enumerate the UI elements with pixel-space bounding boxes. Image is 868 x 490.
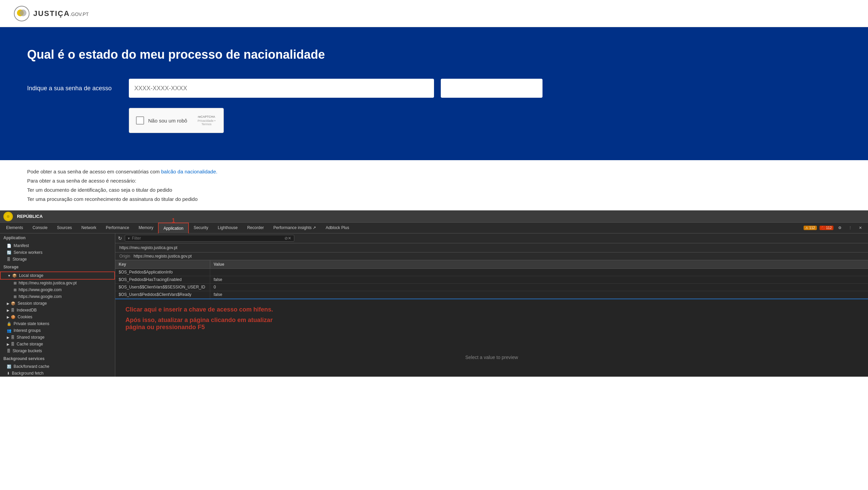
more-options-icon[interactable]: ⋮ bbox=[846, 225, 854, 231]
info-section: Pode obter a sua senha de acesso em cons… bbox=[0, 160, 868, 210]
captcha-checkbox[interactable] bbox=[136, 116, 144, 125]
expand-indexeddb-icon[interactable]: ▶ bbox=[7, 308, 9, 312]
expand-session-icon[interactable]: ▶ bbox=[7, 302, 9, 305]
captcha-sub: Privacidade • Termos bbox=[196, 119, 217, 126]
sidebar-back-forward-cache[interactable]: 🔙 Back/forward cache bbox=[0, 363, 115, 370]
table-row[interactable]: $OS_Users$Pedidos$ClientVars$Ready false bbox=[115, 291, 868, 299]
local-storage-url-1: https://meu.registo.justica.gov.pt bbox=[19, 281, 77, 285]
sidebar-section-storage: Storage bbox=[0, 263, 115, 271]
session-storage-icon: 📦 bbox=[11, 301, 16, 306]
tab-elements[interactable]: Elements bbox=[1, 223, 28, 233]
sidebar-interest-groups-label: Interest groups bbox=[14, 328, 41, 333]
sidebar-local-storage[interactable]: ▼ 📦 Local storage bbox=[0, 271, 115, 280]
captcha-box[interactable]: Não sou um robô reCAPTCHA Privacidade • … bbox=[129, 108, 224, 133]
tab-sources[interactable]: Sources bbox=[52, 223, 77, 233]
sidebar-local-storage-google1[interactable]: ⊞ https://www.google.com bbox=[0, 286, 115, 293]
senha-input[interactable] bbox=[129, 79, 434, 98]
info-link[interactable]: balcão da nacionalidade. bbox=[161, 169, 217, 174]
sidebar-cookies[interactable]: ▶ 🍪 Cookies bbox=[0, 314, 115, 320]
local-storage-icon: 📦 bbox=[12, 274, 17, 278]
sidebar-private-state-tokens[interactable]: 🔒 Private state tokens bbox=[0, 320, 115, 327]
table-cell-value-3: false bbox=[210, 291, 868, 298]
sidebar-session-storage[interactable]: ▶ 📦 Session storage bbox=[0, 300, 115, 307]
devtools-sidebar: Application 📄 Manifest 🔄 Service workers… bbox=[0, 233, 115, 377]
hero-title: Qual é o estado do meu processo de nacio… bbox=[27, 48, 841, 62]
col-header-key: Key bbox=[115, 260, 210, 268]
table-cell-key-0: $OS_Pedidos$ApplicationInfo bbox=[115, 269, 210, 276]
tab-security[interactable]: Security bbox=[189, 223, 213, 233]
table-row[interactable]: $OS_Pedidos$ApplicationInfo bbox=[115, 269, 868, 276]
info-line4: Ter uma procuração com reconhecimento de… bbox=[27, 194, 841, 204]
expand-cookies-icon[interactable]: ▶ bbox=[7, 315, 9, 319]
filter-input[interactable] bbox=[132, 236, 284, 241]
info-line2: Para obter a sua senha de acesso é neces… bbox=[27, 176, 841, 185]
origin-label: Origin bbox=[119, 254, 130, 259]
sidebar-storage[interactable]: 🗄 Storage bbox=[0, 256, 115, 263]
sidebar-cache-storage[interactable]: ▶ 🗄 Cache storage bbox=[0, 341, 115, 347]
svg-point-2 bbox=[20, 10, 26, 16]
devtools-toolbar-icons: ⚠ 112 🚫 112 ⚙ ⋮ ✕ bbox=[804, 225, 867, 231]
local-storage-url-3: https://www.google.com bbox=[19, 294, 62, 299]
sidebar-background-fetch[interactable]: ⬇ Background fetch bbox=[0, 370, 115, 377]
tab-memory[interactable]: Memory bbox=[134, 223, 158, 233]
tab-application[interactable]: Application 1 bbox=[158, 223, 189, 233]
tab-lighthouse[interactable]: Lighthouse bbox=[213, 223, 242, 233]
sidebar-bfcache-label: Back/forward cache bbox=[14, 364, 49, 369]
sidebar-interest-groups[interactable]: 👥 Interest groups bbox=[0, 327, 115, 334]
tab-recorder[interactable]: Recorder bbox=[242, 223, 269, 233]
bfcache-icon: 🔙 bbox=[7, 364, 12, 369]
sidebar-local-storage-google2[interactable]: ⊞ https://www.google.com bbox=[0, 293, 115, 300]
warning-badge[interactable]: ⚠ 112 bbox=[804, 226, 816, 230]
error-badge[interactable]: 🚫 112 bbox=[820, 226, 833, 230]
interest-groups-icon: 👥 bbox=[7, 328, 12, 333]
expand-cache-icon[interactable]: ▶ bbox=[7, 342, 9, 346]
storage-icon: 🗄 bbox=[7, 257, 11, 261]
sidebar-storage-buckets[interactable]: 🗄 Storage buckets bbox=[0, 347, 115, 354]
table-cell-key-2: $OS_Users$$ClientVars$$SESSION_USER_ID bbox=[115, 284, 210, 291]
sidebar-shared-storage[interactable]: ▶ 🗄 Shared storage bbox=[0, 334, 115, 341]
filter-icon: ▾ bbox=[128, 236, 130, 241]
filter-clear-icon[interactable]: ⊘ bbox=[284, 236, 288, 241]
filter-delete-icon[interactable]: ✕ bbox=[288, 236, 291, 241]
storage-table: Key Value $OS_Pedidos$ApplicationInfo $O… bbox=[115, 260, 868, 299]
svg-point-4 bbox=[7, 215, 9, 218]
tab-performance[interactable]: Performance bbox=[101, 223, 134, 233]
tab-performance-insights[interactable]: Performance insights ↗ bbox=[269, 223, 321, 233]
info-line3: Ter um documento de identificação, caso … bbox=[27, 185, 841, 194]
close-devtools-icon[interactable]: ✕ bbox=[857, 225, 864, 231]
devtools-topbar: REPÚBLICA bbox=[0, 210, 868, 223]
settings-icon[interactable]: ⚙ bbox=[836, 225, 844, 231]
table-cell-value-0 bbox=[210, 269, 868, 276]
storage-buckets-icon: 🗄 bbox=[7, 349, 11, 353]
sidebar-local-storage-justica[interactable]: ⊞ https://meu.registo.justica.gov.pt bbox=[0, 280, 115, 286]
sidebar-indexeddb[interactable]: ▶ 🗄 IndexedDB bbox=[0, 307, 115, 314]
top-bar: JUSTIÇA.GOV.PT bbox=[0, 0, 868, 27]
table-row[interactable]: $OS_Pedidos$HasTracingEnabled false bbox=[115, 276, 868, 284]
filter-bar: ↻ ▾ ⊘ ✕ bbox=[115, 233, 868, 243]
submit-button[interactable] bbox=[441, 79, 542, 98]
origin-row: Origin https://meu.registo.justica.gov.p… bbox=[115, 252, 868, 260]
db-icon-3: ⊞ bbox=[14, 295, 17, 299]
devtools-main-panel: ↻ ▾ ⊘ ✕ https://meu.registo.justica.gov.… bbox=[115, 233, 868, 377]
expand-shared-icon[interactable]: ▶ bbox=[7, 336, 9, 339]
sidebar-private-tokens-label: Private state tokens bbox=[14, 321, 49, 326]
refresh-button[interactable]: ↻ bbox=[118, 235, 122, 241]
expand-local-storage-icon[interactable]: ▼ bbox=[7, 274, 11, 278]
sidebar-manifest[interactable]: 📄 Manifest bbox=[0, 242, 115, 249]
logo-suffix: .GOV.PT bbox=[70, 12, 89, 17]
table-cell-value-1: false bbox=[210, 276, 868, 283]
tab-adblock[interactable]: Adblock Plus bbox=[321, 223, 354, 233]
sidebar-bg-fetch-label: Background fetch bbox=[12, 371, 43, 376]
devtools-tab-bar: Elements Console Sources Network Perform… bbox=[0, 223, 868, 233]
tab-console[interactable]: Console bbox=[28, 223, 52, 233]
table-header: Key Value bbox=[115, 260, 868, 269]
cache-storage-icon: 🗄 bbox=[11, 342, 15, 346]
table-row[interactable]: $OS_Users$$ClientVars$$SESSION_USER_ID 0 bbox=[115, 284, 868, 291]
tab-network[interactable]: Network bbox=[77, 223, 101, 233]
sidebar-section-background: Background services bbox=[0, 354, 115, 363]
shared-storage-icon: 🗄 bbox=[11, 335, 15, 339]
sidebar-shared-storage-label: Shared storage bbox=[17, 335, 44, 340]
private-tokens-icon: 🔒 bbox=[7, 322, 12, 326]
sidebar-service-workers[interactable]: 🔄 Service workers bbox=[0, 249, 115, 256]
devtools-container: REPÚBLICA Elements Console Sources Netwo… bbox=[0, 210, 868, 377]
